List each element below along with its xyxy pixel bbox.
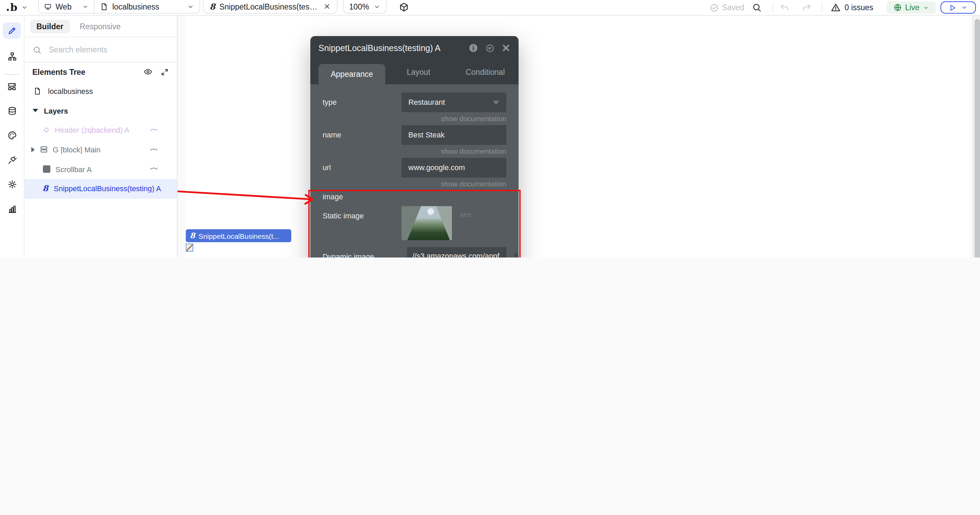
preview-button[interactable] — [940, 2, 976, 14]
logs-tab-button[interactable] — [3, 201, 21, 217]
device-selector[interactable]: Web — [39, 0, 95, 13]
field-label: url — [323, 158, 401, 178]
undo-icon[interactable] — [780, 3, 789, 12]
layers-group-header[interactable]: Layers — [24, 101, 177, 120]
elements-panel: Builder Responsive Elements Tree localbu… — [24, 16, 177, 258]
search-elements-input[interactable] — [47, 45, 169, 54]
static-image-thumbnail[interactable] — [401, 206, 452, 240]
close-icon[interactable] — [501, 43, 511, 52]
page-icon — [100, 2, 108, 11]
layer-item-main[interactable]: G [block] Main — [24, 140, 177, 159]
square-icon — [43, 165, 50, 173]
live-version-selector[interactable]: Live — [887, 2, 936, 14]
type-select[interactable]: Restaurant — [401, 92, 506, 112]
layer-label: Header (zqbackend) A — [55, 126, 129, 134]
rows-icon — [39, 145, 48, 154]
editor-canvas[interactable] — [178, 16, 980, 258]
zoom-selector[interactable]: 100% — [343, 0, 387, 14]
tab-builder[interactable]: Builder — [30, 19, 70, 33]
dynamic-image-input[interactable]: //s3.amazonaws.com/appforest_uf/f1612696… — [407, 247, 506, 258]
field-dynamic-image: Dynamic image //s3.amazonaws.com/appfore… — [323, 247, 506, 258]
zoom-level: 100% — [349, 2, 369, 11]
elements-tree-title: Elements Tree — [32, 68, 135, 76]
database-icon — [7, 106, 17, 116]
show-documentation-link[interactable]: show documentation — [323, 178, 506, 191]
caret-right-icon[interactable] — [31, 147, 34, 153]
expand-icon[interactable] — [160, 68, 169, 76]
element-tab-title: SnippetLocalBusiness(testi... — [220, 2, 319, 11]
page-surface[interactable] — [186, 16, 970, 258]
issues-count: 0 issues — [845, 3, 873, 11]
canvas-scrollbar[interactable] — [972, 16, 980, 258]
settings-tab-button[interactable] — [3, 176, 21, 192]
plugins-tab-button[interactable] — [3, 152, 21, 168]
chevron-down-icon — [187, 3, 194, 10]
layer-label: Scrollbar A — [56, 165, 92, 173]
palette-icon — [7, 130, 17, 140]
search-icon[interactable] — [752, 3, 762, 12]
dialog-body: type Restaurant show documentation name … — [310, 84, 519, 258]
layer-label: G [block] Main — [53, 146, 101, 154]
bubble-logo: b — [10, 1, 18, 14]
app-logo-menu[interactable]: b — [7, 0, 27, 15]
left-icon-rail: O — [0, 16, 24, 258]
tree-item-root[interactable]: localbusiness — [24, 81, 177, 101]
layer-item-scrollbar[interactable]: Scrollbar A — [24, 159, 177, 179]
check-circle-icon — [710, 3, 719, 12]
tree-item-label: localbusiness — [48, 87, 93, 95]
dialog-header[interactable]: SnippetLocalBusiness(testing) A — [310, 36, 519, 60]
styles-tab-button[interactable] — [3, 127, 21, 143]
elements-tree: localbusiness Layers Header (zqbackend) … — [24, 81, 177, 198]
data-tab-button[interactable] — [3, 103, 21, 119]
app-window: b Web localbusiness 8 SnippetLocalBusine… — [0, 0, 980, 258]
caret-down-icon[interactable] — [32, 109, 38, 112]
panel-tabs: Builder Responsive — [24, 16, 177, 37]
field-type: type Restaurant — [323, 92, 506, 112]
dialog-title: SnippetLocalBusiness(testing) A — [318, 43, 461, 53]
show-documentation-link[interactable]: show documentation — [323, 112, 506, 125]
eye-closed-icon[interactable] — [149, 165, 158, 173]
divider — [821, 3, 822, 13]
reusables-tab-button[interactable] — [3, 78, 21, 95]
design-tab-button[interactable] — [3, 22, 21, 39]
workflow-tab-button[interactable] — [3, 48, 21, 65]
search-icon — [32, 45, 41, 54]
save-status-label: Saved — [722, 3, 744, 11]
property-editor-dialog: SnippetLocalBusiness(testing) A Appearan… — [310, 36, 519, 258]
divider — [5, 74, 19, 75]
field-static-image: Static image see — [323, 206, 506, 240]
element-search — [24, 37, 177, 63]
field-label: Static image — [323, 206, 401, 240]
notes-icon[interactable] — [485, 43, 495, 53]
url-input[interactable]: www.google.com — [401, 158, 506, 178]
layer-label: SnippetLocalBusiness(testing) A — [54, 185, 161, 193]
close-tab-icon[interactable] — [323, 3, 331, 10]
page-icon — [33, 87, 41, 95]
tab-responsive[interactable]: Responsive — [73, 19, 127, 33]
package-icon[interactable] — [399, 2, 409, 12]
scrollbar-thumb[interactable] — [974, 19, 980, 258]
save-status: Saved — [710, 0, 744, 15]
selected-element-badge[interactable]: 8 SnippetLocalBusiness(t... — [186, 229, 291, 242]
layer-item-header[interactable]: Header (zqbackend) A — [24, 121, 177, 140]
issues-button[interactable]: 0 issues — [831, 0, 873, 15]
eye-icon[interactable] — [143, 67, 152, 76]
selected-element-name: SnippetLocalBusiness(t... — [198, 232, 279, 240]
page-selector[interactable]: localbusiness — [95, 0, 199, 13]
eye-closed-icon[interactable] — [149, 126, 158, 134]
show-documentation-link[interactable]: show documentation — [323, 145, 506, 158]
dialog-tabs: Appearance Layout Conditional — [310, 60, 519, 84]
element-tab[interactable]: 8 SnippetLocalBusiness(testi... — [203, 0, 337, 14]
redo-icon[interactable] — [802, 3, 811, 12]
tab-conditional[interactable]: Conditional — [452, 60, 519, 84]
static-image-note: see — [460, 210, 472, 240]
info-icon[interactable] — [468, 43, 479, 53]
name-input[interactable]: Best Steak — [401, 125, 506, 145]
tab-layout[interactable]: Layout — [385, 60, 452, 84]
layer-item-snippet-selected[interactable]: 8 SnippetLocalBusiness(testing) A — [24, 179, 177, 198]
tab-appearance[interactable]: Appearance — [318, 64, 385, 84]
element-8-icon: 8 — [43, 185, 48, 193]
eye-closed-icon[interactable] — [149, 145, 158, 153]
dialog-scrollbar-thumb[interactable] — [514, 253, 518, 258]
live-label: Live — [905, 3, 920, 11]
